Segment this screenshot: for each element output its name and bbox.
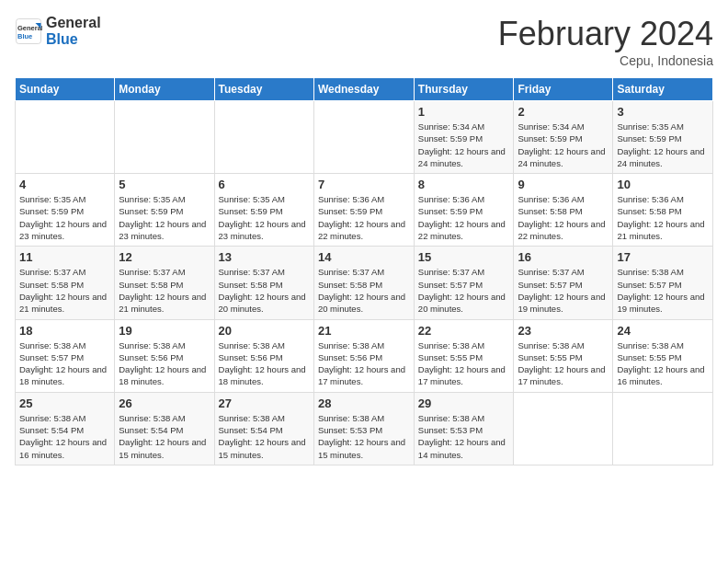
calendar-cell: 7Sunrise: 5:36 AMSunset: 5:59 PMDaylight…	[313, 174, 414, 247]
calendar-cell: 4Sunrise: 5:35 AMSunset: 5:59 PMDaylight…	[16, 174, 115, 247]
calendar-header-row: SundayMondayTuesdayWednesdayThursdayFrid…	[16, 78, 713, 101]
day-info: Sunrise: 5:36 AMSunset: 5:59 PMDaylight:…	[418, 193, 510, 242]
day-number: 17	[617, 250, 709, 264]
page-header: General Blue General Blue February 2024 …	[15, 15, 713, 68]
day-number: 13	[219, 250, 310, 264]
calendar-cell: 18Sunrise: 5:38 AMSunset: 5:57 PMDayligh…	[16, 319, 115, 392]
logo: General Blue General Blue	[15, 15, 101, 47]
day-info: Sunrise: 5:37 AMSunset: 5:57 PMDaylight:…	[518, 266, 609, 315]
day-info: Sunrise: 5:34 AMSunset: 5:59 PMDaylight:…	[518, 121, 609, 169]
day-number: 21	[318, 324, 410, 338]
day-info: Sunrise: 5:35 AMSunset: 5:59 PMDaylight:…	[119, 193, 210, 242]
calendar-cell: 20Sunrise: 5:38 AMSunset: 5:56 PMDayligh…	[214, 319, 313, 392]
calendar-cell: 29Sunrise: 5:38 AMSunset: 5:53 PMDayligh…	[414, 392, 514, 465]
day-number: 6	[219, 178, 310, 191]
day-info: Sunrise: 5:38 AMSunset: 5:54 PMDaylight:…	[219, 412, 310, 461]
day-info: Sunrise: 5:38 AMSunset: 5:56 PMDaylight:…	[119, 339, 210, 388]
calendar-cell: 8Sunrise: 5:36 AMSunset: 5:59 PMDaylight…	[414, 174, 514, 247]
calendar-cell	[214, 101, 313, 174]
calendar-cell: 21Sunrise: 5:38 AMSunset: 5:56 PMDayligh…	[313, 319, 414, 392]
day-info: Sunrise: 5:35 AMSunset: 5:59 PMDaylight:…	[219, 193, 310, 242]
day-number: 8	[418, 178, 510, 191]
day-info: Sunrise: 5:38 AMSunset: 5:57 PMDaylight:…	[19, 339, 110, 388]
calendar-cell	[313, 101, 414, 174]
day-number: 29	[418, 396, 510, 410]
calendar-cell: 17Sunrise: 5:38 AMSunset: 5:57 PMDayligh…	[613, 247, 713, 319]
calendar-cell	[115, 101, 214, 174]
calendar-cell: 27Sunrise: 5:38 AMSunset: 5:54 PMDayligh…	[214, 392, 313, 465]
header-day-monday: Monday	[115, 78, 214, 101]
day-number: 15	[418, 250, 510, 264]
day-number: 11	[19, 250, 110, 264]
day-number: 22	[418, 324, 510, 338]
day-number: 23	[518, 324, 609, 338]
day-info: Sunrise: 5:34 AMSunset: 5:59 PMDaylight:…	[418, 121, 510, 169]
header-day-tuesday: Tuesday	[214, 78, 313, 101]
title-block: February 2024 Cepu, Indonesia	[498, 15, 713, 68]
calendar-cell: 3Sunrise: 5:35 AMSunset: 5:59 PMDaylight…	[613, 101, 713, 174]
logo-blue-text: Blue	[46, 31, 101, 48]
day-number: 5	[119, 178, 210, 191]
calendar-cell: 16Sunrise: 5:37 AMSunset: 5:57 PMDayligh…	[514, 247, 613, 319]
day-info: Sunrise: 5:38 AMSunset: 5:56 PMDaylight:…	[318, 339, 410, 388]
calendar-cell: 10Sunrise: 5:36 AMSunset: 5:58 PMDayligh…	[613, 174, 713, 247]
day-number: 16	[518, 250, 609, 264]
calendar-cell: 26Sunrise: 5:38 AMSunset: 5:54 PMDayligh…	[115, 392, 214, 465]
calendar-cell: 13Sunrise: 5:37 AMSunset: 5:58 PMDayligh…	[214, 247, 313, 319]
calendar-cell: 1Sunrise: 5:34 AMSunset: 5:59 PMDaylight…	[414, 101, 514, 174]
calendar-cell: 12Sunrise: 5:37 AMSunset: 5:58 PMDayligh…	[115, 247, 214, 319]
header-day-friday: Friday	[514, 78, 613, 101]
logo-icon: General Blue	[15, 17, 42, 45]
calendar-cell: 11Sunrise: 5:37 AMSunset: 5:58 PMDayligh…	[16, 247, 115, 319]
calendar-cell: 25Sunrise: 5:38 AMSunset: 5:54 PMDayligh…	[16, 392, 115, 465]
day-number: 19	[119, 324, 210, 338]
day-number: 18	[19, 324, 110, 338]
calendar-cell	[613, 392, 713, 465]
day-info: Sunrise: 5:36 AMSunset: 5:58 PMDaylight:…	[518, 193, 609, 242]
calendar-cell	[16, 101, 115, 174]
header-day-saturday: Saturday	[613, 78, 713, 101]
day-number: 26	[119, 396, 210, 410]
day-info: Sunrise: 5:36 AMSunset: 5:58 PMDaylight:…	[617, 193, 709, 242]
day-info: Sunrise: 5:37 AMSunset: 5:58 PMDaylight:…	[19, 266, 110, 315]
calendar-cell: 5Sunrise: 5:35 AMSunset: 5:59 PMDaylight…	[115, 174, 214, 247]
day-info: Sunrise: 5:37 AMSunset: 5:58 PMDaylight:…	[119, 266, 210, 315]
day-info: Sunrise: 5:38 AMSunset: 5:53 PMDaylight:…	[418, 412, 510, 461]
day-info: Sunrise: 5:36 AMSunset: 5:59 PMDaylight:…	[318, 193, 410, 242]
calendar-cell: 6Sunrise: 5:35 AMSunset: 5:59 PMDaylight…	[214, 174, 313, 247]
day-number: 10	[617, 178, 709, 191]
logo-text: General Blue	[46, 15, 101, 47]
day-number: 24	[617, 324, 709, 338]
calendar-cell: 14Sunrise: 5:37 AMSunset: 5:58 PMDayligh…	[313, 247, 414, 319]
calendar-cell: 28Sunrise: 5:38 AMSunset: 5:53 PMDayligh…	[313, 392, 414, 465]
day-number: 14	[318, 250, 410, 264]
day-number: 4	[19, 178, 110, 191]
calendar-week-5: 25Sunrise: 5:38 AMSunset: 5:54 PMDayligh…	[16, 392, 713, 465]
day-info: Sunrise: 5:38 AMSunset: 5:55 PMDaylight:…	[518, 339, 609, 388]
day-info: Sunrise: 5:38 AMSunset: 5:56 PMDaylight:…	[219, 339, 310, 388]
calendar-cell: 15Sunrise: 5:37 AMSunset: 5:57 PMDayligh…	[414, 247, 514, 319]
day-number: 28	[318, 396, 410, 410]
day-number: 25	[19, 396, 110, 410]
logo-general-text: General	[46, 15, 101, 31]
day-info: Sunrise: 5:38 AMSunset: 5:54 PMDaylight:…	[119, 412, 210, 461]
calendar-week-4: 18Sunrise: 5:38 AMSunset: 5:57 PMDayligh…	[16, 319, 713, 392]
day-info: Sunrise: 5:38 AMSunset: 5:55 PMDaylight:…	[418, 339, 510, 388]
calendar-week-3: 11Sunrise: 5:37 AMSunset: 5:58 PMDayligh…	[16, 247, 713, 319]
calendar-cell: 22Sunrise: 5:38 AMSunset: 5:55 PMDayligh…	[414, 319, 514, 392]
header-day-wednesday: Wednesday	[313, 78, 414, 101]
day-number: 27	[219, 396, 310, 410]
day-number: 7	[318, 178, 410, 191]
day-info: Sunrise: 5:38 AMSunset: 5:53 PMDaylight:…	[318, 412, 410, 461]
day-number: 3	[617, 105, 709, 119]
header-day-sunday: Sunday	[16, 78, 115, 101]
calendar-cell: 23Sunrise: 5:38 AMSunset: 5:55 PMDayligh…	[514, 319, 613, 392]
day-number: 1	[418, 105, 510, 119]
calendar-cell: 24Sunrise: 5:38 AMSunset: 5:55 PMDayligh…	[613, 319, 713, 392]
month-title: February 2024	[498, 15, 713, 53]
calendar-week-2: 4Sunrise: 5:35 AMSunset: 5:59 PMDaylight…	[16, 174, 713, 247]
day-info: Sunrise: 5:38 AMSunset: 5:54 PMDaylight:…	[19, 412, 110, 461]
day-number: 12	[119, 250, 210, 264]
calendar-cell: 9Sunrise: 5:36 AMSunset: 5:58 PMDaylight…	[514, 174, 613, 247]
calendar-cell	[514, 392, 613, 465]
